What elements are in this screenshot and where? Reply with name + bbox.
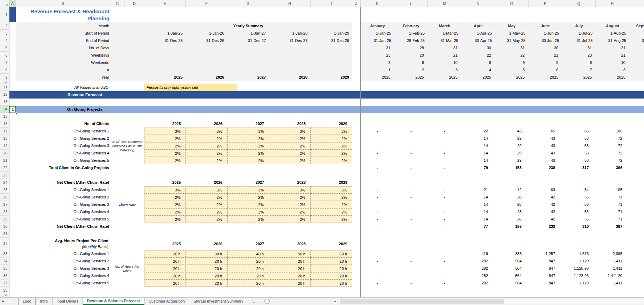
cell-K33[interactable]: - bbox=[361, 250, 394, 257]
cell-R27[interactable]: 71 bbox=[596, 201, 629, 208]
input-cell-H34[interactable]: 20 h bbox=[269, 257, 311, 265]
cell-L25[interactable]: - bbox=[394, 186, 428, 194]
cell-P36[interactable]: 847 bbox=[529, 272, 562, 279]
input-cell-I29[interactable]: 2% bbox=[311, 216, 352, 223]
cell-F3[interactable]: 1-Jan-26 bbox=[186, 30, 227, 37]
cell-M33[interactable]: - bbox=[428, 250, 461, 257]
column-header-G[interactable]: G bbox=[227, 0, 269, 7]
select-all-corner[interactable] bbox=[0, 0, 9, 7]
sheet-tab-[interactable]: '… bbox=[248, 298, 261, 305]
cell-M35[interactable]: - bbox=[428, 265, 461, 272]
cell-K21[interactable]: - bbox=[361, 157, 394, 164]
cell-L33[interactable]: - bbox=[394, 250, 428, 257]
horizontal-scrollbar[interactable] bbox=[339, 299, 644, 304]
row-header-31[interactable]: 31 bbox=[0, 230, 9, 238]
cell-N17[interactable]: 22 bbox=[461, 128, 495, 135]
cell-K25[interactable]: - bbox=[361, 186, 394, 194]
cell-L8[interactable]: 2 bbox=[394, 66, 428, 74]
cell-Q22[interactable]: 317 bbox=[562, 164, 596, 172]
fill-handle[interactable] bbox=[15, 112, 17, 114]
cell-O7[interactable]: 9 bbox=[495, 59, 529, 66]
cell-M34[interactable]: - bbox=[428, 257, 461, 265]
row-header-37[interactable]: 37 bbox=[0, 279, 9, 287]
cell-R7[interactable]: 10 bbox=[596, 59, 629, 66]
input-cell-H25[interactable]: 3% bbox=[269, 186, 311, 194]
cell-L19[interactable]: - bbox=[394, 142, 428, 150]
cell-P33[interactable]: 1,257 bbox=[529, 250, 562, 257]
cell-R30[interactable]: 387 bbox=[596, 223, 629, 230]
cell-M37[interactable]: - bbox=[428, 279, 461, 287]
cell-O36[interactable]: 564 bbox=[495, 272, 529, 279]
cell-N8[interactable]: 4 bbox=[461, 66, 495, 74]
cell-L26[interactable]: - bbox=[394, 194, 428, 201]
section-header-0[interactable]: No. of Clients bbox=[16, 120, 110, 128]
row-header-14[interactable]: 14 bbox=[0, 106, 9, 113]
row-header-7[interactable]: 7 bbox=[0, 59, 9, 66]
input-cell-I34[interactable]: 20 h bbox=[311, 257, 352, 265]
input-cell-I33[interactable]: 60 h bbox=[311, 250, 352, 257]
cell-K7[interactable]: 8 bbox=[361, 59, 394, 66]
input-cell-E34[interactable]: 20 h bbox=[144, 257, 186, 265]
tab-scroll-splitter[interactable]: ⋮ bbox=[273, 298, 277, 305]
cell-O26[interactable]: 28 bbox=[495, 194, 529, 201]
sheet-tab-logo[interactable]: Logo bbox=[18, 298, 36, 305]
cell-L34[interactable]: - bbox=[394, 257, 428, 265]
cell-A1-accent-bar[interactable] bbox=[9, 7, 16, 22]
input-cell-F18[interactable]: 2% bbox=[186, 135, 227, 142]
row-header-5[interactable]: 5 bbox=[0, 44, 9, 52]
cell-M27[interactable]: - bbox=[428, 201, 461, 208]
cell-G4[interactable]: 31-Dec-27 bbox=[227, 37, 269, 44]
input-cell-F36[interactable]: 20 h bbox=[186, 272, 227, 279]
cell-K27[interactable]: - bbox=[361, 201, 394, 208]
row-header-1[interactable]: 1 bbox=[0, 7, 9, 22]
sheet-tab-revenue-salaries-forecast[interactable]: Revenue & Salaries Forecast bbox=[83, 298, 144, 305]
cell-Q25[interactable]: 84 bbox=[562, 186, 596, 194]
cell-R9[interactable]: 2025 bbox=[596, 74, 629, 81]
input-cell-G26[interactable]: 2% bbox=[227, 194, 269, 201]
row-header-16[interactable]: 16 bbox=[0, 120, 9, 128]
cell-M9[interactable]: 2025 bbox=[428, 74, 461, 81]
row-header-30[interactable]: 30 bbox=[0, 223, 9, 230]
input-cell-H26[interactable]: 2% bbox=[269, 194, 311, 201]
cell-I24[interactable]: 2029 bbox=[311, 179, 352, 186]
cell-M18[interactable]: - bbox=[428, 135, 461, 142]
cell-M17[interactable]: - bbox=[428, 128, 461, 135]
cell-Q8[interactable]: 7 bbox=[562, 66, 596, 74]
input-cell-I36[interactable]: 20 h bbox=[311, 272, 352, 279]
input-cell-G19[interactable]: 2% bbox=[227, 142, 269, 150]
cell-N27[interactable]: 14 bbox=[461, 201, 495, 208]
cell-P25[interactable]: 63 bbox=[529, 186, 562, 194]
cell-O21[interactable]: 29 bbox=[495, 157, 529, 164]
cell-G3[interactable]: 1-Jan-27 bbox=[227, 30, 269, 37]
cell-O22[interactable]: 158 bbox=[495, 164, 529, 172]
cell-Q4[interactable]: 31-Jul-25 bbox=[562, 37, 596, 44]
cell-Q37[interactable]: 1,129 bbox=[562, 279, 596, 287]
input-cell-H18[interactable]: 2% bbox=[269, 135, 311, 142]
row-label-2-0[interactable]: On-Going Services 1 bbox=[16, 250, 110, 257]
cell-R4[interactable]: 31-Aug-25 bbox=[596, 37, 629, 44]
sheet-tab-startup-investment-summary[interactable]: Startup Investment Summary bbox=[189, 298, 248, 305]
cell-M6[interactable]: 21 bbox=[428, 52, 461, 59]
row-label-0-2[interactable]: On-Going Services 3 bbox=[16, 142, 110, 150]
cell-I4[interactable]: 31-Dec-29 bbox=[311, 37, 352, 44]
cell-H4[interactable]: 31-Dec-28 bbox=[269, 37, 311, 44]
cell-R36[interactable]: 1,411.20 bbox=[596, 272, 629, 279]
row-header-27[interactable]: 27 bbox=[0, 201, 9, 208]
cell-L36[interactable]: - bbox=[394, 272, 428, 279]
row-header-10[interactable]: 10 bbox=[0, 81, 9, 83]
column-header-P[interactable]: P bbox=[529, 0, 562, 7]
cell-O30[interactable]: 155 bbox=[495, 223, 529, 230]
cell-B9[interactable]: Year bbox=[16, 74, 110, 81]
input-cell-G34[interactable]: 20 h bbox=[227, 257, 269, 265]
cell-K34[interactable]: - bbox=[361, 257, 394, 265]
cell-E4[interactable]: 31-Dec-25 bbox=[144, 37, 186, 44]
input-cell-F35[interactable]: 20 h bbox=[186, 265, 227, 272]
cell-O19[interactable]: 29 bbox=[495, 142, 529, 150]
cell-R3[interactable]: 1-Aug-25 bbox=[596, 30, 629, 37]
cell-K29[interactable]: - bbox=[361, 216, 394, 223]
cell-O25[interactable]: 42 bbox=[495, 186, 529, 194]
input-cell-E19[interactable]: 2% bbox=[144, 142, 186, 150]
cell-L29[interactable]: - bbox=[394, 216, 428, 223]
cell-K5[interactable]: 31 bbox=[361, 44, 394, 52]
cell-R34[interactable]: 1,411 bbox=[596, 257, 629, 265]
